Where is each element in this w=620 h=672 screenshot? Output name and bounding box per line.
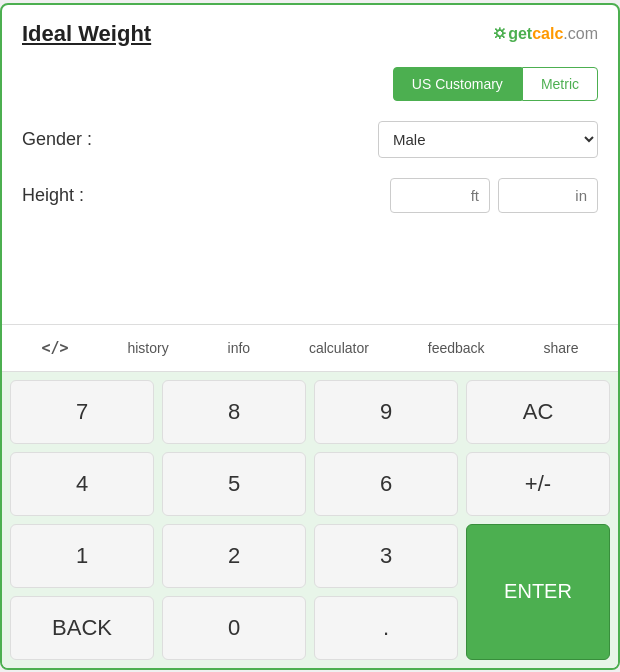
height-row: Height : xyxy=(22,178,598,213)
key-enter[interactable]: ENTER xyxy=(466,524,610,660)
top-section: Ideal Weight ⛭getcalc.com US Customary M… xyxy=(2,5,618,325)
height-controls xyxy=(222,178,598,213)
logo-calc: calc xyxy=(532,25,563,42)
gender-row: Gender : Male Female xyxy=(22,121,598,158)
share-nav[interactable]: share xyxy=(537,336,584,360)
us-customary-button[interactable]: US Customary xyxy=(393,67,522,101)
keypad: 7 8 9 AC 4 5 6 +/- 1 2 3 ENTER BACK 0 . xyxy=(2,372,618,668)
calculator-container: Ideal Weight ⛭getcalc.com US Customary M… xyxy=(0,3,620,670)
key-9[interactable]: 9 xyxy=(314,380,458,444)
height-inputs xyxy=(390,178,598,213)
logo-icon: ⛭ xyxy=(492,25,508,42)
key-4[interactable]: 4 xyxy=(10,452,154,516)
code-icon[interactable]: </> xyxy=(35,335,74,361)
history-nav[interactable]: history xyxy=(121,336,174,360)
logo-get: get xyxy=(508,25,532,42)
gender-controls: Male Female xyxy=(222,121,598,158)
key-back[interactable]: BACK xyxy=(10,596,154,660)
app-title: Ideal Weight xyxy=(22,21,151,47)
height-label: Height : xyxy=(22,185,222,206)
key-1[interactable]: 1 xyxy=(10,524,154,588)
logo-suffix: .com xyxy=(563,25,598,42)
logo: ⛭getcalc.com xyxy=(492,25,598,43)
key-dot[interactable]: . xyxy=(314,596,458,660)
key-5[interactable]: 5 xyxy=(162,452,306,516)
gender-select[interactable]: Male Female xyxy=(378,121,598,158)
key-0[interactable]: 0 xyxy=(162,596,306,660)
key-8[interactable]: 8 xyxy=(162,380,306,444)
key-7[interactable]: 7 xyxy=(10,380,154,444)
feedback-nav[interactable]: feedback xyxy=(422,336,491,360)
height-in-input[interactable] xyxy=(498,178,598,213)
key-3[interactable]: 3 xyxy=(314,524,458,588)
height-ft-input[interactable] xyxy=(390,178,490,213)
key-ac[interactable]: AC xyxy=(466,380,610,444)
key-6[interactable]: 6 xyxy=(314,452,458,516)
nav-bar: </> history info calculator feedback sha… xyxy=(2,325,618,372)
calculator-nav[interactable]: calculator xyxy=(303,336,375,360)
key-plusminus[interactable]: +/- xyxy=(466,452,610,516)
unit-toggle: US Customary Metric xyxy=(22,67,598,101)
metric-button[interactable]: Metric xyxy=(522,67,598,101)
info-nav[interactable]: info xyxy=(222,336,257,360)
header-row: Ideal Weight ⛭getcalc.com xyxy=(22,21,598,47)
key-2[interactable]: 2 xyxy=(162,524,306,588)
gender-label: Gender : xyxy=(22,129,222,150)
